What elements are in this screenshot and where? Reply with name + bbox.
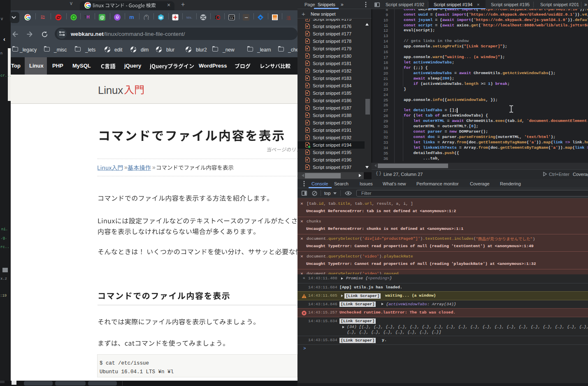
svg-text:M: M (159, 15, 163, 19)
svg-text:*: * (146, 15, 147, 18)
svg-text:CA: CA (230, 17, 234, 19)
